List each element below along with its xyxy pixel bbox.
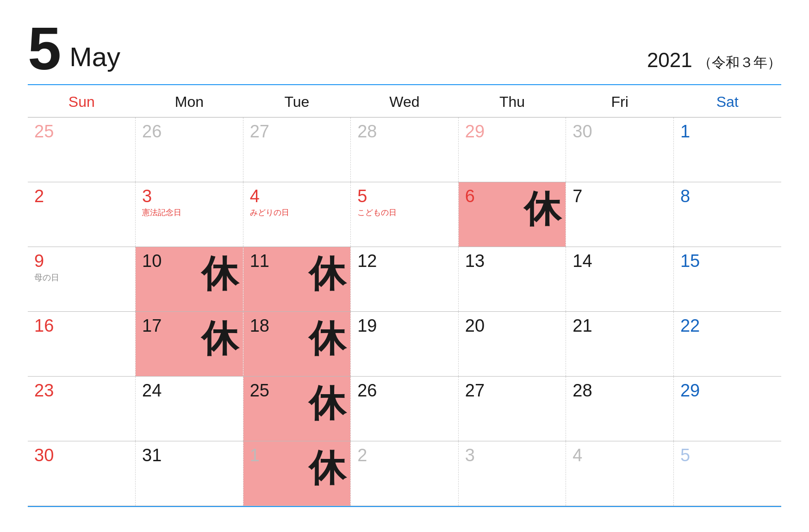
calendar-cell: 1 <box>673 118 781 182</box>
day-number: 3 <box>465 446 560 465</box>
day-number: 5 <box>357 187 453 206</box>
day-number: 27 <box>465 381 560 401</box>
calendar-cell: 3 <box>458 441 566 506</box>
day-number: 7 <box>573 187 668 206</box>
day-number: 16 <box>34 316 130 336</box>
header-sun: Sun <box>28 85 136 118</box>
calendar-cell: 25 <box>28 118 136 182</box>
calendar-cell: 26 <box>136 118 243 182</box>
day-number: 20 <box>465 316 560 336</box>
calendar-cell: 2 <box>351 441 459 506</box>
day-number: 19 <box>357 316 453 336</box>
day-label: こどもの日 <box>357 207 453 218</box>
calendar-cell: 11休 <box>243 247 351 312</box>
calendar-cell: 29 <box>673 377 781 441</box>
header-tue: Tue <box>243 85 351 118</box>
calendar-row-4: 232425休26272829 <box>28 377 781 441</box>
header-wed: Wed <box>351 85 459 118</box>
calendar-row-2: 9母の日10休11休12131415 <box>28 247 781 312</box>
day-number: 13 <box>465 252 560 271</box>
calendar-cell: 21 <box>566 312 674 377</box>
day-number: 1 <box>680 122 776 142</box>
day-label: 母の日 <box>34 272 130 283</box>
calendar-cell: 8 <box>673 182 781 247</box>
calendar-cell: 1休 <box>243 441 351 506</box>
day-number: 29 <box>465 122 560 142</box>
calendar-cell: 4みどりの日 <box>243 182 351 247</box>
calendar-row-5: 30311休2345 <box>28 441 781 506</box>
calendar-cell: 23 <box>28 377 136 441</box>
calendar-header: 5 May 2021 （令和３年） <box>28 19 781 85</box>
calendar-cell: 7 <box>566 182 674 247</box>
day-number: 26 <box>357 381 453 401</box>
calendar-cell: 13 <box>458 247 566 312</box>
day-number: 15 <box>680 252 776 271</box>
calendar-cell: 5 <box>673 441 781 506</box>
calendar-cell: 27 <box>458 377 566 441</box>
calendar-cell: 22 <box>673 312 781 377</box>
calendar-cell: 3憲法記念日 <box>136 182 243 247</box>
header-mon: Mon <box>136 85 243 118</box>
rest-character: 休 <box>524 191 561 228</box>
month-number: 5 <box>28 19 61 79</box>
day-number: 31 <box>142 446 237 465</box>
day-number: 26 <box>142 122 237 142</box>
day-number: 5 <box>680 446 776 465</box>
calendar-cell: 10休 <box>136 247 243 312</box>
calendar-cell: 14 <box>566 247 674 312</box>
day-number: 2 <box>357 446 453 465</box>
year-number: 2021 <box>647 49 692 71</box>
rest-character: 休 <box>309 320 346 357</box>
calendar-cell: 16 <box>28 312 136 377</box>
calendar-cell: 4 <box>566 441 674 506</box>
calendar-cell: 6休 <box>458 182 566 247</box>
day-number: 25 <box>34 122 130 142</box>
calendar-cell: 5こどもの日 <box>351 182 459 247</box>
year-area: 2021 （令和３年） <box>647 49 781 79</box>
calendar-cell: 30 <box>28 441 136 506</box>
calendar-cell: 9母の日 <box>28 247 136 312</box>
rest-character: 休 <box>309 450 346 487</box>
calendar-cell: 25休 <box>243 377 351 441</box>
day-number: 14 <box>573 252 668 271</box>
day-number: 8 <box>680 187 776 206</box>
day-number: 30 <box>34 446 130 465</box>
day-number: 2 <box>34 187 130 206</box>
calendar-cell: 20 <box>458 312 566 377</box>
day-number: 28 <box>573 381 668 401</box>
calendar-table: Sun Mon Tue Wed Thu Fri Sat 252627282930… <box>28 85 781 506</box>
rest-character: 休 <box>201 255 238 292</box>
calendar-cell: 12 <box>351 247 459 312</box>
calendar-cell: 19 <box>351 312 459 377</box>
calendar-cell: 28 <box>351 118 459 182</box>
calendar-row-1: 23憲法記念日4みどりの日5こどもの日6休78 <box>28 182 781 247</box>
header-sat: Sat <box>673 85 781 118</box>
day-number: 22 <box>680 316 776 336</box>
weekday-header-row: Sun Mon Tue Wed Thu Fri Sat <box>28 85 781 118</box>
calendar-cell: 26 <box>351 377 459 441</box>
calendar-cell: 31 <box>136 441 243 506</box>
day-number: 21 <box>573 316 668 336</box>
reiwa-label: （令和３年） <box>698 55 781 70</box>
day-number: 4 <box>573 446 668 465</box>
bottom-border <box>28 506 781 507</box>
day-number: 12 <box>357 252 453 271</box>
calendar-cell: 27 <box>243 118 351 182</box>
calendar-cell: 28 <box>566 377 674 441</box>
day-number: 27 <box>250 122 345 142</box>
day-number: 4 <box>250 187 345 206</box>
header-thu: Thu <box>458 85 566 118</box>
day-number: 9 <box>34 252 130 271</box>
calendar-cell: 17休 <box>136 312 243 377</box>
rest-character: 休 <box>309 255 346 292</box>
day-number: 23 <box>34 381 130 401</box>
calendar-cell: 2 <box>28 182 136 247</box>
day-number: 3 <box>142 187 237 206</box>
day-number: 28 <box>357 122 453 142</box>
day-label: 憲法記念日 <box>142 207 237 218</box>
day-number: 24 <box>142 381 237 401</box>
month-name: May <box>69 41 120 79</box>
rest-character: 休 <box>201 320 238 357</box>
header-left: 5 May <box>28 19 120 79</box>
calendar-row-0: 2526272829301 <box>28 118 781 182</box>
